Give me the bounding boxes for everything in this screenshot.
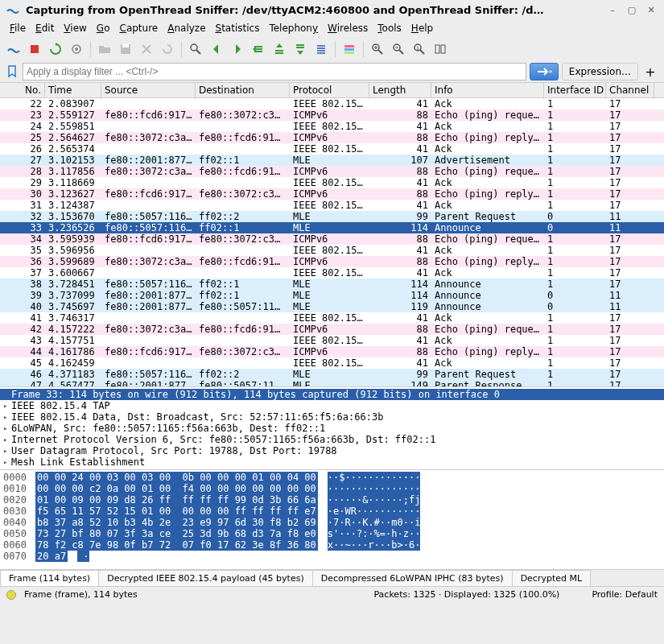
hex-row[interactable]: 007020 a7 · xyxy=(3,551,661,562)
save-file-button[interactable] xyxy=(117,40,134,58)
bytes-tab-frame[interactable]: Frame (114 bytes) xyxy=(0,570,99,586)
menu-tools[interactable]: Tools xyxy=(374,21,405,35)
close-file-button[interactable] xyxy=(138,40,155,58)
bytes-tab-decrypted[interactable]: Decrypted IEEE 802.15.4 payload (45 byte… xyxy=(98,570,313,586)
packet-row[interactable]: 434.157751IEEE 802.15.441Ack117 xyxy=(0,335,664,346)
menu-analyze[interactable]: Analyze xyxy=(164,21,208,35)
menu-go[interactable]: Go xyxy=(93,21,113,35)
col-protocol[interactable]: Protocol xyxy=(290,83,369,97)
detail-tree-item[interactable]: ▸Internet Protocol Version 6, Src: fe80:… xyxy=(0,434,664,445)
col-length[interactable]: Length xyxy=(369,83,431,97)
hex-row[interactable]: 006078 f2 c8 7e 98 0f b7 72 07 f0 17 62 … xyxy=(3,539,661,551)
packet-bytes-pane[interactable]: 000000 00 24 00 03 00 03 00 0b 00 00 00 … xyxy=(0,469,664,569)
hex-row[interactable]: 001000 00 00 c2 0a 00 01 00 f4 00 00 00 … xyxy=(3,483,661,494)
packet-row[interactable]: 333.236526fe80::5057:116…ff02::1MLE114An… xyxy=(0,222,664,233)
colorize-button[interactable] xyxy=(340,40,358,58)
resize-columns-button[interactable] xyxy=(431,40,449,58)
detail-tree-item[interactable]: ▸IEEE 802.15.4 TAP xyxy=(0,400,664,411)
minimize-button[interactable]: – xyxy=(606,3,619,16)
packet-row[interactable]: 343.595939fe80::fcd6:917…fe80::3072:c3…I… xyxy=(0,233,664,245)
menu-edit[interactable]: Edit xyxy=(32,21,57,35)
col-interface[interactable]: Interface ID xyxy=(544,83,606,97)
expand-icon[interactable]: ▸ xyxy=(3,447,11,455)
go-last-button[interactable] xyxy=(291,40,309,58)
packet-row[interactable]: 323.153670fe80::5057:116…ff02::2MLE99Par… xyxy=(0,211,664,222)
add-filter-button[interactable]: + xyxy=(641,63,659,80)
status-profile[interactable]: Profile: Default xyxy=(592,589,658,600)
display-filter-input[interactable] xyxy=(23,63,526,80)
packet-row[interactable]: 242.559851IEEE 802.15.441Ack117 xyxy=(0,121,664,132)
expand-icon[interactable]: ▸ xyxy=(3,413,11,421)
packet-row[interactable]: 232.559127fe80::fcd6:917…fe80::3072:c3…I… xyxy=(0,109,664,121)
hex-row[interactable]: 002001 00 09 00 09 d8 26 ff ff ff ff 99 … xyxy=(3,494,661,506)
menu-telephony[interactable]: Telephony xyxy=(266,21,321,35)
packet-row[interactable]: 444.161786fe80::fcd6:917…fe80::3072:c3…I… xyxy=(0,346,664,357)
col-info[interactable]: Info xyxy=(431,83,544,97)
col-source[interactable]: Source xyxy=(101,83,196,97)
packet-row[interactable]: 413.746317IEEE 802.15.441Ack117 xyxy=(0,312,664,324)
packet-row[interactable]: 363.599689fe80::3072:c3a…fe80::fcd6:91…I… xyxy=(0,256,664,267)
packet-row[interactable]: 403.745697fe80::2001:877…fe80::5057:11…M… xyxy=(0,301,664,312)
packet-row[interactable]: 273.102153fe80::2001:877…ff02::1MLE107Ad… xyxy=(0,155,664,166)
col-destination[interactable]: Destination xyxy=(196,83,290,97)
zoom-out-button[interactable] xyxy=(390,40,407,58)
hex-row[interactable]: 0040b8 37 a8 52 10 b3 4b 2e 23 e9 97 6d … xyxy=(3,517,661,528)
restart-capture-button[interactable] xyxy=(47,40,64,58)
col-no[interactable]: No. xyxy=(0,83,45,97)
packet-row[interactable]: 293.118669IEEE 802.15.441Ack117 xyxy=(0,177,664,188)
packet-row[interactable]: 222.083907IEEE 802.15.441Ack117 xyxy=(0,98,664,109)
stop-capture-button[interactable] xyxy=(26,40,43,58)
col-time[interactable]: Time xyxy=(45,83,101,97)
menu-view[interactable]: View xyxy=(60,21,89,35)
packet-row[interactable]: 252.564627fe80::3072:c3a…fe80::fcd6:91…I… xyxy=(0,132,664,143)
detail-tree-item[interactable]: ▸User Datagram Protocol, Src Port: 19788… xyxy=(0,445,664,456)
packet-row[interactable]: 424.157222fe80::3072:c3a…fe80::fcd6:91…I… xyxy=(0,324,664,335)
expand-icon[interactable]: ▸ xyxy=(3,424,11,432)
detail-tree-item[interactable]: ▸6LoWPAN, Src: fe80::5057:1165:f56a:663b… xyxy=(0,423,664,434)
capture-options-button[interactable] xyxy=(68,40,85,58)
start-capture-button[interactable] xyxy=(5,40,23,58)
detail-tree-item[interactable]: ▸IEEE 802.15.4 Data, Dst: Broadcast, Src… xyxy=(0,411,664,423)
packet-row[interactable]: 313.124387IEEE 802.15.441Ack117 xyxy=(0,200,664,211)
go-to-packet-button[interactable] xyxy=(250,40,267,58)
menu-file[interactable]: File xyxy=(6,21,29,35)
expand-icon[interactable]: ▸ xyxy=(3,458,11,466)
maximize-button[interactable]: ▢ xyxy=(625,3,638,16)
packet-row[interactable]: 383.728451fe80::5057:116…ff02::1MLE114An… xyxy=(0,279,664,290)
packet-row[interactable]: 353.596956IEEE 802.15.441Ack117 xyxy=(0,245,664,256)
menu-help[interactable]: Help xyxy=(408,21,436,35)
zoom-reset-button[interactable]: 1 xyxy=(410,40,428,58)
packet-row[interactable]: 303.123627fe80::fcd6:917…fe80::3072:c3…I… xyxy=(0,188,664,200)
expand-icon[interactable]: ▸ xyxy=(3,390,11,398)
close-button[interactable]: ✕ xyxy=(645,3,658,16)
go-back-button[interactable] xyxy=(208,40,225,58)
packet-row[interactable]: 373.600667IEEE 802.15.441Ack117 xyxy=(0,267,664,279)
bytes-tab-6lowpan[interactable]: Decompressed 6LoWPAN IPHC (83 bytes) xyxy=(312,570,513,586)
go-forward-button[interactable] xyxy=(229,40,246,58)
bytes-tab-ml[interactable]: Decrypted ML xyxy=(512,570,591,586)
hex-row[interactable]: 000000 00 24 00 03 00 03 00 0b 00 00 00 … xyxy=(3,472,661,483)
zoom-in-button[interactable] xyxy=(369,40,386,58)
packet-details-pane[interactable]: ▸Frame 33: 114 bytes on wire (912 bits),… xyxy=(0,386,664,469)
menu-capture[interactable]: Capture xyxy=(116,21,161,35)
hex-row[interactable]: 0030f5 65 11 57 52 15 01 00 00 00 00 ff … xyxy=(3,506,661,517)
filter-apply-button[interactable] xyxy=(530,63,559,80)
packet-row[interactable]: 283.117856fe80::3072:c3a…fe80::fcd6:91…I… xyxy=(0,166,664,177)
menu-wireless[interactable]: Wireless xyxy=(324,21,371,35)
expand-icon[interactable]: ▸ xyxy=(3,402,11,410)
auto-scroll-button[interactable] xyxy=(312,40,330,58)
find-packet-button[interactable] xyxy=(187,40,204,58)
detail-tree-item[interactable]: ▸Mesh Link Establishment xyxy=(0,456,664,468)
open-file-button[interactable] xyxy=(96,40,113,58)
packet-row[interactable]: 262.565374IEEE 802.15.441Ack117 xyxy=(0,143,664,155)
packet-rows[interactable]: 222.083907IEEE 802.15.441Ack117232.55912… xyxy=(0,98,664,386)
packet-row[interactable]: 454.162459IEEE 802.15.441Ack117 xyxy=(0,357,664,369)
detail-tree-item[interactable]: ▸Frame 33: 114 bytes on wire (912 bits),… xyxy=(0,389,664,400)
packet-row[interactable]: 464.371183fe80::5057:116…ff02::2MLE99Par… xyxy=(0,369,664,380)
packet-row[interactable]: 393.737099fe80::2001:877…ff02::1MLE114An… xyxy=(0,290,664,301)
menu-statistics[interactable]: Statistics xyxy=(212,21,263,35)
expand-icon[interactable]: ▸ xyxy=(3,436,11,444)
expression-button[interactable]: Expression… xyxy=(562,63,638,80)
col-channel[interactable]: Channel xyxy=(606,83,654,97)
reload-button[interactable] xyxy=(159,40,176,58)
